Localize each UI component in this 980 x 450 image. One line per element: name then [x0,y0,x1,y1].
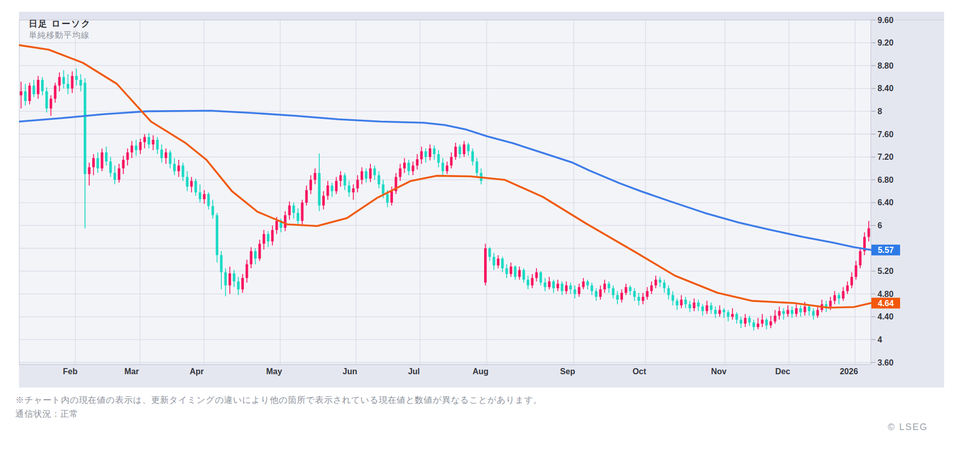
svg-text:3.60: 3.60 [878,358,893,367]
svg-text:6: 6 [878,221,882,230]
svg-text:Jul: Jul [408,367,420,376]
svg-text:Oct: Oct [633,367,647,376]
svg-text:4.40: 4.40 [878,312,893,321]
current-value-badge-sma-long: 5.57 [871,245,900,255]
svg-text:5.20: 5.20 [878,267,893,275]
svg-text:Aug: Aug [472,367,488,376]
svg-text:Apr: Apr [190,367,204,376]
lseg-credit: © LSEG [888,422,928,433]
svg-text:9.20: 9.20 [878,38,893,47]
svg-text:8: 8 [878,107,882,116]
svg-text:Sep: Sep [560,367,575,376]
svg-text:8.80: 8.80 [878,61,893,70]
chart-backgrounds [19,12,944,388]
price-chart-panel[interactable]: 9.609.208.808.4087.607.206.806.4065.605.… [19,12,944,388]
svg-text:7.60: 7.60 [878,130,893,139]
candlestick-chart[interactable]: 9.609.208.808.4087.607.206.806.4065.605.… [19,12,944,388]
current-value-badge-sma-short: 4.64 [871,298,900,309]
chart-page: 9.609.208.808.4087.607.206.806.4065.605.… [0,0,980,450]
svg-text:Feb: Feb [63,367,78,376]
svg-text:2026: 2026 [840,367,858,376]
svg-text:4.64: 4.64 [878,299,893,308]
svg-text:7.20: 7.20 [878,153,893,161]
svg-text:6.80: 6.80 [878,176,893,184]
svg-text:4: 4 [878,335,882,344]
svg-text:Nov: Nov [711,367,726,376]
svg-text:May: May [266,367,282,376]
svg-text:Mar: Mar [124,367,139,376]
svg-text:Jun: Jun [343,367,357,376]
svg-text:4.80: 4.80 [878,290,893,298]
svg-text:Dec: Dec [775,367,790,376]
svg-text:9.60: 9.60 [878,16,893,25]
disclaimer-text: ※チャート内の現在値の表示は、更新タイミングの違いにより他の箇所で表示されている… [15,393,543,407]
connection-status-text: 通信状況：正常 [15,407,543,421]
svg-text:6.40: 6.40 [878,198,893,207]
svg-text:8.40: 8.40 [878,84,893,93]
chart-footer: ※チャート内の現在値の表示は、更新タイミングの違いにより他の箇所で表示されている… [15,393,543,421]
svg-text:5.57: 5.57 [878,246,893,254]
